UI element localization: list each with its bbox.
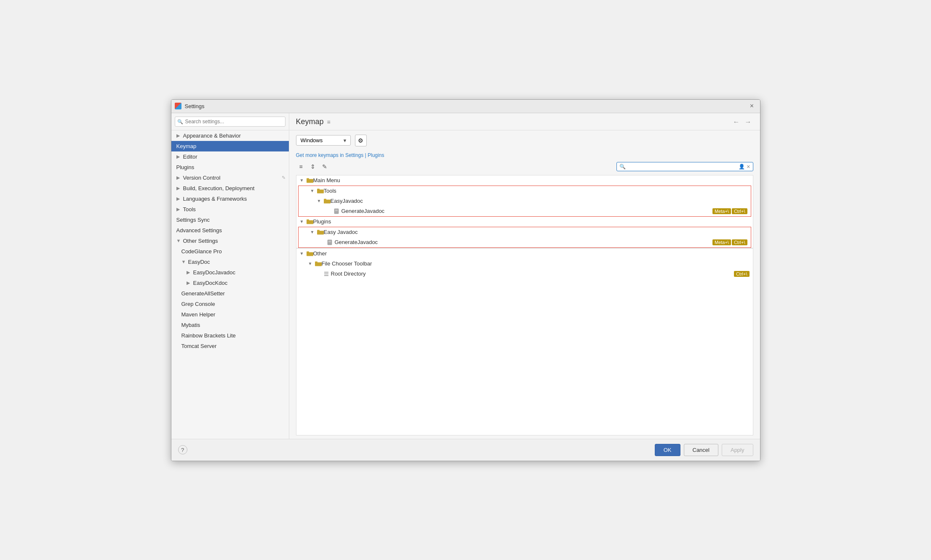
chevron-right-icon: ▶ (176, 154, 181, 159)
svg-rect-10 (307, 220, 309, 221)
chevron-right-icon: ▶ (176, 196, 181, 202)
clear-search-button[interactable]: × (747, 163, 750, 170)
folder-icon (307, 251, 313, 256)
main-content: Keymap ≡ ← → Windows macOS Default Eclip… (289, 113, 760, 439)
svg-rect-4 (324, 200, 331, 204)
apply-button[interactable]: Apply (722, 444, 753, 456)
sidebar-search-wrap (175, 117, 285, 127)
sidebar-search-input[interactable] (175, 117, 285, 127)
expand-all-button[interactable]: ≡ (296, 162, 306, 172)
tree-label: Main Menu (313, 177, 750, 183)
sidebar-item-tomcat-server[interactable]: Tomcat Server (171, 341, 289, 351)
keymap-search-input[interactable] (627, 164, 737, 170)
nav-back-arrow[interactable]: ← (731, 117, 742, 127)
chevron-right-icon: ▶ (176, 133, 181, 138)
sidebar-item-plugins[interactable]: Plugins (171, 162, 289, 173)
chevron-down-icon: ▼ (300, 219, 306, 224)
chevron-right-icon: ▶ (187, 270, 192, 275)
title-bar: Settings × (171, 100, 760, 113)
get-more-keymaps-link[interactable]: Get more keymaps in Settings | Plugins (289, 151, 760, 160)
svg-rect-12 (317, 230, 320, 231)
folder-icon (307, 219, 313, 224)
tree-item-easy-javadoc[interactable]: ▼ EasyJavadoc (299, 196, 751, 206)
nav-arrows: ← → (731, 117, 753, 127)
svg-rect-2 (317, 190, 324, 194)
gear-button[interactable]: ⚙ (355, 135, 367, 146)
cancel-button[interactable]: Cancel (684, 444, 718, 456)
edit-shortcut-button[interactable]: ✎ (320, 162, 330, 172)
sidebar-item-easydocjavadoc[interactable]: ▶ EasyDocJavadoc (171, 267, 289, 278)
svg-rect-19 (315, 262, 317, 263)
tree-item-plugins[interactable]: ▼ Plugins (296, 217, 753, 227)
tree-item-main-menu[interactable]: ▼ Main Menu (296, 175, 753, 186)
page-title: Keymap (296, 117, 324, 126)
shortcut-badge: Ctrl+\ (732, 239, 747, 245)
sidebar-search-area (171, 113, 289, 130)
sidebar-item-advanced-settings[interactable]: Advanced Settings (171, 225, 289, 236)
nav-forward-arrow[interactable]: → (743, 117, 753, 127)
tree-label: GenerateJavadoc (335, 239, 709, 245)
shortcut-badges: Meta+\ Ctrl+\ (712, 239, 747, 245)
sidebar-item-tools[interactable]: ▶ Tools (171, 204, 289, 215)
sidebar-item-editor[interactable]: ▶ Editor (171, 151, 289, 162)
tree-label: Root Directory (331, 271, 731, 277)
tree-item-tools[interactable]: ▼ Tools (299, 186, 751, 196)
sidebar-item-keymap[interactable]: Keymap (171, 141, 289, 151)
svg-rect-16 (307, 252, 313, 256)
sidebar-item-grepconsole[interactable]: Grep Console (171, 299, 289, 309)
content-area: ▶ Appearance & Behavior Keymap ▶ Editor … (171, 113, 760, 439)
sidebar-item-settings-sync[interactable]: Settings Sync (171, 215, 289, 225)
tree-label: File Chooser Toolbar (322, 260, 750, 267)
sidebar-item-generateallsetter[interactable]: GenerateAllSetter (171, 288, 289, 299)
help-button[interactable]: ? (178, 445, 187, 454)
sidebar-item-rainbow-brackets[interactable]: Rainbow Brackets Lite (171, 330, 289, 341)
filter-icon[interactable]: 👤 (739, 164, 745, 170)
info-icon[interactable]: ≡ (327, 119, 331, 125)
tree-label: Easy Javadoc (324, 229, 747, 235)
sidebar-item-languages[interactable]: ▶ Languages & Frameworks (171, 194, 289, 204)
tree-item-generate-javadoc-2[interactable]: ▼ GenerateJavadoc Meta+\ Ctrl+\ (299, 237, 751, 247)
chevron-right-icon: ▶ (176, 175, 181, 180)
tree-item-root-directory[interactable]: ▼ Root Directory Ctrl+\ (296, 269, 753, 279)
keymap-search-wrap: 🔍 👤 × (616, 162, 753, 171)
sidebar-item-version-control[interactable]: ▶ Version Control ✎ (171, 173, 289, 183)
sidebar: ▶ Appearance & Behavior Keymap ▶ Editor … (171, 113, 289, 439)
tree-label: Plugins (313, 218, 750, 225)
svg-rect-0 (307, 179, 313, 183)
svg-rect-5 (324, 199, 326, 200)
collapse-all-button[interactable]: ⇕ (308, 162, 318, 172)
edit-icon: ✎ (282, 175, 285, 180)
sidebar-item-appearance[interactable]: ▶ Appearance & Behavior (171, 130, 289, 141)
ok-button[interactable]: OK (655, 444, 680, 456)
chevron-right-icon: ▶ (176, 186, 181, 191)
tree-item-file-chooser-toolbar[interactable]: ▼ File Chooser Toolbar (296, 259, 753, 269)
sidebar-item-codeglance-pro[interactable]: CodeGlance Pro (171, 246, 289, 257)
svg-rect-9 (307, 220, 313, 224)
list-icon (323, 271, 329, 277)
chevron-down-icon: ▼ (310, 188, 316, 193)
chevron-down-icon: ▼ (310, 230, 316, 234)
keymap-select[interactable]: Windows macOS Default Eclipse Emacs (296, 135, 351, 146)
svg-rect-11 (317, 231, 324, 235)
shortcut-badge: Ctrl+\ (734, 271, 750, 277)
sidebar-item-mybatis[interactable]: Mybatis (171, 320, 289, 330)
chevron-right-icon: ▶ (187, 280, 192, 286)
shortcut-badge: Meta+\ (712, 239, 731, 245)
keymap-options-row: Windows macOS Default Eclipse Emacs ▼ ⚙ (289, 130, 760, 151)
tree-label: GenerateJavadoc (341, 208, 709, 214)
folder-icon (315, 261, 322, 266)
sidebar-item-mavenhelper[interactable]: Maven Helper (171, 309, 289, 320)
tree-item-generate-javadoc-1[interactable]: ▼ GenerateJavadoc Meta+\ Ctrl+\ (299, 206, 751, 216)
folder-icon (307, 178, 313, 183)
tree-item-other[interactable]: ▼ Other (296, 249, 753, 259)
close-button[interactable]: × (747, 101, 757, 111)
sidebar-item-easydockdoc[interactable]: ▶ EasyDocKdoc (171, 278, 289, 288)
tree-item-easy-javadoc-plugin[interactable]: ▼ Easy Javadoc (299, 227, 751, 237)
chevron-down-icon: ▼ (181, 259, 187, 264)
svg-rect-1 (307, 178, 309, 180)
keymap-toolbar: ≡ ⇕ ✎ 🔍 👤 × (289, 160, 760, 173)
search-icon: 🔍 (619, 164, 626, 170)
sidebar-item-build[interactable]: ▶ Build, Execution, Deployment (171, 183, 289, 194)
sidebar-item-other-settings[interactable]: ▼ Other Settings (171, 236, 289, 246)
sidebar-item-easydoc[interactable]: ▼ EasyDoc (171, 257, 289, 267)
